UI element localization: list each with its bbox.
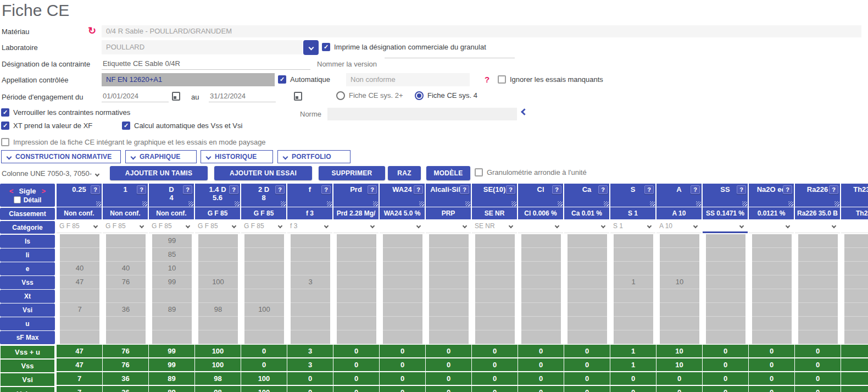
conforme-field[interactable]: Non conforme [346,73,470,86]
input-cell[interactable] [291,289,330,303]
input-cell[interactable] [198,289,238,303]
input-cell[interactable] [337,317,376,330]
input-cell[interactable] [752,262,792,275]
column-resize-handle[interactable] [511,201,516,206]
input-cell[interactable] [798,289,838,303]
column-resize-handle[interactable] [558,201,563,206]
input-cell[interactable] [660,330,699,344]
column-help-button[interactable]: ? [644,185,654,194]
laboratoire-dropdown-button[interactable] [303,40,319,55]
input-cell[interactable] [60,289,99,303]
input-cell[interactable] [429,234,469,248]
input-cell[interactable]: 7 [60,303,99,317]
input-cell[interactable] [752,248,792,262]
input-cell[interactable] [337,275,376,289]
calcul-checkbox[interactable]: Calcul automatique des Vss et Vsi [122,122,242,132]
raz-button[interactable]: RAZ [388,166,421,180]
input-cell[interactable] [244,248,284,262]
input-cell[interactable] [198,330,238,344]
input-cell[interactable] [475,234,515,248]
input-cell[interactable] [383,289,422,303]
input-cell[interactable]: 99 [152,275,192,289]
input-cell[interactable] [244,262,284,275]
input-cell[interactable] [152,289,192,303]
input-cell[interactable] [752,330,792,344]
input-cell[interactable] [475,330,515,344]
input-cell[interactable] [106,317,146,330]
input-cell[interactable]: 99 [152,234,192,248]
chevron-left-icon[interactable] [521,108,528,115]
supprimer-button[interactable]: SUPPRIMER [319,166,385,180]
input-cell[interactable] [752,303,792,317]
norme-field[interactable] [327,108,517,120]
input-cell[interactable] [337,289,376,303]
categorie-select[interactable] [333,220,379,233]
input-cell[interactable] [429,262,469,275]
column-resize-handle[interactable] [788,201,793,206]
colonne-select[interactable]: UNE 7050-3, 7050- [30,169,99,178]
input-cell[interactable] [60,248,99,262]
input-cell[interactable] [521,275,561,289]
column-resize-handle[interactable] [696,201,701,206]
refresh-icon[interactable]: ↻ [88,26,96,36]
input-cell[interactable] [521,248,561,262]
laboratoire-field[interactable]: POULLARD [102,40,302,54]
input-cell[interactable] [60,234,99,248]
input-cell[interactable] [844,262,868,275]
input-cell[interactable] [567,330,607,344]
input-cell[interactable] [337,234,376,248]
column-help-button[interactable]: ? [414,185,423,194]
input-cell[interactable] [244,330,284,344]
input-cell[interactable] [475,317,515,330]
input-cell[interactable] [614,330,653,344]
input-cell[interactable] [152,330,192,344]
column-resize-handle[interactable] [465,201,470,206]
input-cell[interactable] [475,303,515,317]
column-resize-handle[interactable] [142,201,147,206]
input-cell[interactable] [798,275,838,289]
column-resize-handle[interactable] [742,201,747,206]
input-cell[interactable] [475,275,515,289]
input-cell[interactable] [706,303,745,317]
historique-button[interactable]: HISTORIQUE [201,150,273,163]
date-from-field[interactable]: 01/01/2024 [102,90,169,102]
input-cell[interactable] [706,289,745,303]
input-cell[interactable] [291,303,330,317]
categorie-select[interactable] [795,220,840,233]
categorie-select[interactable]: S 1 [610,220,655,233]
categorie-select[interactable] [564,220,609,233]
categorie-select[interactable]: SE NR [472,220,517,233]
graphique-button[interactable]: GRAPHIQUE [125,150,197,163]
input-cell[interactable] [567,234,607,248]
input-cell[interactable] [383,317,422,330]
input-cell[interactable]: 3 [291,275,330,289]
input-cell[interactable] [521,317,561,330]
input-cell[interactable] [291,317,330,330]
input-cell[interactable] [614,303,653,317]
input-cell[interactable] [752,234,792,248]
input-cell[interactable] [521,234,561,248]
input-cell[interactable]: 1 [614,275,653,289]
categorie-select[interactable]: G F 85 [57,220,102,233]
categorie-select[interactable]: A 10 [656,220,702,233]
column-help-button[interactable]: ? [229,185,238,194]
input-cell[interactable] [337,248,376,262]
input-cell[interactable] [152,317,192,330]
column-resize-handle[interactable] [650,201,655,206]
input-cell[interactable] [60,317,99,330]
categorie-select[interactable]: G F 85 [103,220,148,233]
column-help-button[interactable]: ? [737,185,746,194]
categorie-select[interactable]: G F 85 [195,220,240,233]
categorie-select[interactable]: G F 85 [149,220,194,233]
input-cell[interactable] [383,275,422,289]
sys4-radio[interactable]: Fiche CE sys. 4 [415,91,477,102]
column-resize-handle[interactable] [834,201,839,206]
input-cell[interactable]: 10 [660,275,699,289]
input-cell[interactable] [844,234,868,248]
input-cell[interactable] [706,317,745,330]
sigle-prev-icon[interactable]: < [9,187,14,195]
input-cell[interactable] [106,289,146,303]
input-cell[interactable] [798,303,838,317]
input-cell[interactable] [706,330,745,344]
categorie-select[interactable] [703,220,748,233]
